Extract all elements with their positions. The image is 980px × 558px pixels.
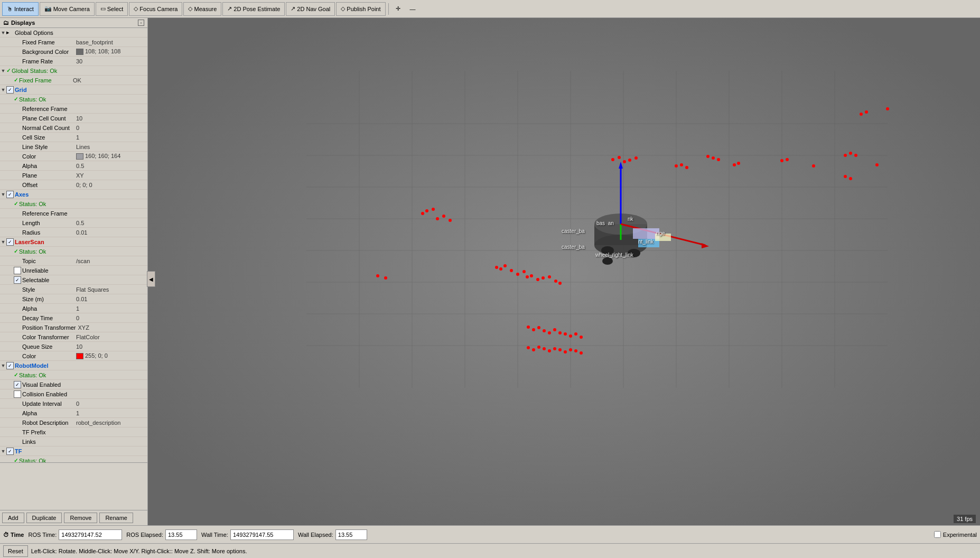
tree-row[interactable]: Alpha0.5	[0, 161, 147, 171]
ros-elapsed-input[interactable]	[165, 529, 197, 540]
reset-button[interactable]: Reset	[3, 545, 28, 557]
tree-expander[interactable]: ▼	[0, 239, 6, 245]
tree-row[interactable]: ✓Status: Ok	[0, 370, 147, 380]
tree-row[interactable]: Decay Time0	[0, 313, 147, 323]
tree-row[interactable]: PlaneXY	[0, 171, 147, 180]
ros-time-input[interactable]	[59, 529, 122, 540]
tree-row[interactable]: TF Prefix	[0, 427, 147, 437]
tree-expander[interactable]: ▼	[0, 30, 6, 36]
interact-button[interactable]: 🖱 Interact	[2, 2, 39, 16]
tree-row[interactable]: Color TransformerFlatColor	[0, 332, 147, 342]
tree-row[interactable]: Position TransformerXYZ	[0, 323, 147, 332]
color-swatch-icon[interactable]	[76, 153, 83, 160]
tree-row[interactable]: Collision Enabled	[0, 389, 147, 399]
tree-row[interactable]: Normal Cell Count0	[0, 123, 147, 133]
tree-row[interactable]: ▼✓TF	[0, 447, 147, 456]
tree-row[interactable]: Frame Rate30	[0, 57, 147, 66]
tree-expander[interactable]: ▼	[0, 362, 6, 369]
nav-goal-button[interactable]: ↗ 2D Nav Goal	[286, 2, 335, 16]
experimental-checkbox[interactable]	[934, 531, 941, 538]
svg-point-50	[580, 336, 583, 339]
tree-row[interactable]: ▼✓Global Status: Ok	[0, 66, 147, 76]
svg-point-97	[602, 257, 613, 265]
checkbox-icon[interactable]: ✓	[6, 86, 14, 94]
tree-row[interactable]: Reference Frame	[0, 104, 147, 114]
tree-row[interactable]: Unreliable	[0, 266, 147, 275]
tree-row[interactable]: ✓Selectable	[0, 275, 147, 285]
rename-button[interactable]: Rename	[99, 513, 133, 523]
panel-collapse-toggle[interactable]: ◀	[147, 271, 155, 287]
extra-button-1[interactable]: ✛	[391, 2, 405, 16]
tree-row[interactable]: ▼✓LaserScan	[0, 237, 147, 247]
tree-row[interactable]: Offset0; 0; 0	[0, 180, 147, 190]
checkbox-icon[interactable]: ✓	[6, 191, 14, 198]
color-swatch-icon[interactable]	[76, 49, 83, 55]
tree-row[interactable]: ✓Fixed FrameOK	[0, 76, 147, 85]
tree-row[interactable]: Length0.5	[0, 218, 147, 228]
tree-expander[interactable]: ▼	[0, 68, 6, 74]
tree-row[interactable]: Alpha1	[0, 408, 147, 418]
tree-row[interactable]: Color255; 0; 0	[0, 351, 147, 361]
displays-collapse-button[interactable]: -	[138, 20, 144, 26]
tree-expander[interactable]: ▼	[0, 191, 6, 198]
displays-tree[interactable]: ▼▸Global OptionsFixed Framebase_footprin…	[0, 28, 147, 462]
tree-row[interactable]: Fixed Framebase_footprint	[0, 38, 147, 47]
tree-row[interactable]: ✓Visual Enabled	[0, 380, 147, 389]
tree-row[interactable]: ✓Status: Ok	[0, 247, 147, 256]
tree-expander[interactable]: ▼	[0, 87, 6, 93]
tree-label: Update Interval	[21, 401, 74, 407]
wall-elapsed-input[interactable]	[335, 529, 367, 540]
wall-time-input[interactable]	[230, 529, 294, 540]
tree-row[interactable]: Size (m)0.01	[0, 294, 147, 304]
viewport[interactable]: bas an nk caster_ba caster_ba wheel_righ…	[148, 18, 980, 525]
tree-row[interactable]: Queue Size10	[0, 342, 147, 351]
tree-row[interactable]: Topic/scan	[0, 256, 147, 266]
tree-row[interactable]: ✓Status: Ok	[0, 199, 147, 209]
remove-button[interactable]: Remove	[64, 513, 97, 523]
tree-row[interactable]: Update Interval0	[0, 399, 147, 408]
add-button[interactable]: Add	[2, 513, 24, 523]
tree-row[interactable]: ▼▸Global Options	[0, 28, 147, 38]
checkbox-icon[interactable]: ✓	[6, 362, 14, 369]
publish-point-button[interactable]: ◇ Publish Point	[336, 2, 385, 16]
extra-button-2[interactable]: —	[406, 2, 420, 16]
svg-rect-0	[148, 18, 980, 525]
checkbox-icon[interactable]: ✓	[6, 448, 14, 455]
pose-estimate-button[interactable]: ↗ 2D Pose Estimate	[222, 2, 285, 16]
checkbox-icon[interactable]: ✓	[6, 238, 14, 246]
select-button[interactable]: ▭ Select	[96, 2, 128, 16]
move-camera-button[interactable]: 📷 Move Camera	[40, 2, 95, 16]
checkbox-icon[interactable]: ✓	[14, 276, 21, 284]
tree-row[interactable]: ✓Status: Ok	[0, 456, 147, 462]
checkbox-icon[interactable]	[14, 267, 21, 274]
tree-expander-empty	[7, 163, 14, 169]
tree-row[interactable]: Line StyleLines	[0, 142, 147, 152]
tree-row[interactable]: ▼✓Grid	[0, 85, 147, 95]
tree-row[interactable]: ▼✓RobotModel	[0, 361, 147, 370]
svg-point-96	[628, 249, 640, 257]
focus-camera-button[interactable]: ◇ Focus Camera	[129, 2, 182, 16]
tree-row[interactable]: Robot Descriptionrobot_description	[0, 418, 147, 427]
tree-expander-empty	[7, 49, 14, 55]
tree-row[interactable]: Background Color108; 108; 108	[0, 47, 147, 57]
tree-row[interactable]: Reference Frame	[0, 209, 147, 218]
checkbox-icon[interactable]: ✓	[14, 381, 21, 388]
tree-row[interactable]: Cell Size1	[0, 133, 147, 142]
tree-row[interactable]: StyleFlat Squares	[0, 285, 147, 294]
color-swatch-icon[interactable]	[76, 353, 83, 359]
tree-label: Normal Cell Count	[21, 125, 74, 131]
tree-row[interactable]: Alpha1	[0, 304, 147, 313]
duplicate-button[interactable]: Duplicate	[26, 513, 62, 523]
svg-point-45	[553, 328, 556, 331]
checkbox-icon[interactable]	[14, 390, 21, 398]
tree-value: OK	[71, 77, 147, 83]
tree-row[interactable]: Plane Cell Count10	[0, 114, 147, 123]
tree-row[interactable]: ✓Status: Ok	[0, 95, 147, 104]
measure-button[interactable]: ◇ Measure	[183, 2, 221, 16]
tree-row[interactable]: Links	[0, 437, 147, 447]
tree-expander[interactable]: ▼	[0, 448, 6, 454]
tree-label: Background Color	[21, 49, 74, 55]
tree-row[interactable]: Color160; 160; 164	[0, 152, 147, 161]
tree-row[interactable]: ▼✓Axes	[0, 190, 147, 199]
tree-row[interactable]: Radius0.01	[0, 228, 147, 237]
